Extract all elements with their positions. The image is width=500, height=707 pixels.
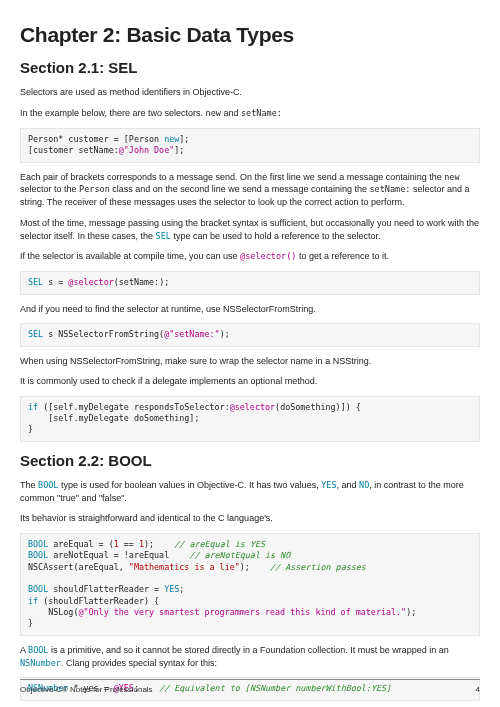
- inline-code: BOOL: [38, 480, 58, 490]
- code-block: SEL s = @selector(setName:);: [20, 271, 480, 294]
- para: Selectors are used as method identifiers…: [20, 86, 480, 99]
- text: . Clang provides special syntax for this…: [61, 658, 217, 668]
- page-number: 4: [476, 684, 480, 695]
- code: areEqual = (: [48, 539, 114, 549]
- code: }: [28, 618, 33, 628]
- code-sel: @selector: [230, 402, 275, 412]
- inline-code: new: [444, 172, 459, 182]
- para: If the selector is available at compile …: [20, 250, 480, 263]
- code-cmt: // areNotEqual is NO: [189, 550, 290, 560]
- para: A BOOL is a primitive, and so it cannot …: [20, 644, 480, 670]
- code: );: [144, 539, 174, 549]
- para: Most of the time, message passing using …: [20, 217, 480, 242]
- text: is a primitive, and so it cannot be stor…: [49, 645, 449, 655]
- section-2-2-heading: Section 2.2: BOOL: [20, 450, 480, 471]
- text: A: [20, 645, 28, 655]
- code: );: [220, 329, 230, 339]
- code-cmt: // Assertion passes: [270, 562, 366, 572]
- inline-code: NO: [359, 480, 369, 490]
- inline-code: Person: [79, 184, 110, 194]
- code: NSCAssert(areEqual,: [28, 562, 129, 572]
- inline-code: new: [206, 108, 221, 118]
- para: And if you need to find the selector at …: [20, 303, 480, 316]
- code: );: [406, 607, 416, 617]
- code-block: Person* customer = [Person new]; [custom…: [20, 128, 480, 163]
- code: ([self.myDelegate respondsToSelector:: [38, 402, 230, 412]
- code-cmt: // areEqual is YES: [174, 539, 265, 549]
- code: ==: [119, 539, 139, 549]
- text: , and: [337, 480, 360, 490]
- code: s NSSelectorFromString(: [43, 329, 164, 339]
- code: NSLog(: [28, 607, 78, 617]
- code-kw: BOOL: [28, 539, 48, 549]
- inline-code: SEL: [156, 231, 171, 241]
- code-kw: if: [28, 402, 38, 412]
- code: [self.myDelegate doSomething];: [28, 413, 199, 423]
- text: Each pair of brackets corresponds to a m…: [20, 172, 444, 182]
- inline-code: @selector(): [240, 251, 296, 261]
- inline-code: BOOL: [28, 645, 48, 655]
- code: (doSomething)]) {: [275, 402, 361, 412]
- code-kw: BOOL: [28, 550, 48, 560]
- text: type is used for boolean values in Objec…: [59, 480, 322, 490]
- text: and: [221, 108, 241, 118]
- text: In the example below, there are two sele…: [20, 108, 206, 118]
- code-str: @"setName:": [164, 329, 219, 339]
- para: Its behavior is straightforward and iden…: [20, 512, 480, 525]
- text: class and on the second line we send a m…: [110, 184, 370, 194]
- code: areNotEqual = !areEqual: [48, 550, 189, 560]
- inline-code: setName:: [241, 108, 282, 118]
- code-block: if ([self.myDelegate respondsToSelector:…: [20, 396, 480, 442]
- code-str: @"John Doe": [119, 145, 174, 155]
- para: In the example below, there are two sele…: [20, 107, 480, 120]
- code-kw: BOOL: [28, 584, 48, 594]
- para: The BOOL type is used for boolean values…: [20, 479, 480, 504]
- chapter-title: Chapter 2: Basic Data Types: [20, 20, 480, 49]
- code: }: [28, 424, 33, 434]
- inline-code: NSNumber: [20, 658, 61, 668]
- para: When using NSSelectorFromString, make su…: [20, 355, 480, 368]
- code: Person* customer = [Person: [28, 134, 164, 144]
- text: type can be used to hold a reference to …: [171, 231, 381, 241]
- text: The: [20, 480, 38, 490]
- para: It is commonly used to check if a delega…: [20, 375, 480, 388]
- code-kw: if: [28, 596, 38, 606]
- code-block: BOOL areEqual = (1 == 1); // areEqual is…: [20, 533, 480, 636]
- code: (setName:);: [114, 277, 169, 287]
- text: to get a reference to it.: [296, 251, 389, 261]
- code: ];: [179, 134, 189, 144]
- code: ];: [174, 145, 184, 155]
- section-2-1-heading: Section 2.1: SEL: [20, 57, 480, 78]
- code: ;: [179, 584, 184, 594]
- code-str: "Mathematics is a lie": [129, 562, 240, 572]
- code: s =: [43, 277, 68, 287]
- inline-code: setName:: [369, 184, 410, 194]
- code: [customer setName:: [28, 145, 119, 155]
- para: Each pair of brackets corresponds to a m…: [20, 171, 480, 209]
- page-footer: Objective-C® Notes for Professionals 4: [20, 679, 480, 695]
- inline-code: YES: [321, 480, 336, 490]
- code-kw: SEL: [28, 329, 43, 339]
- text: selector to the: [20, 184, 79, 194]
- text: If the selector is available at compile …: [20, 251, 240, 261]
- code-kw: new: [164, 134, 179, 144]
- code-sel: @selector: [68, 277, 113, 287]
- code-block: SEL s NSSelectorFromString(@"setName:");: [20, 323, 480, 346]
- code-kw: SEL: [28, 277, 43, 287]
- code-str: @"Only the very smartest programmers rea…: [78, 607, 406, 617]
- code-kw: YES: [164, 584, 179, 594]
- code: );: [240, 562, 270, 572]
- footer-title: Objective-C® Notes for Professionals: [20, 684, 153, 695]
- code: (shouldFlatterReader) {: [38, 596, 159, 606]
- code: shouldFlatterReader =: [48, 584, 164, 594]
